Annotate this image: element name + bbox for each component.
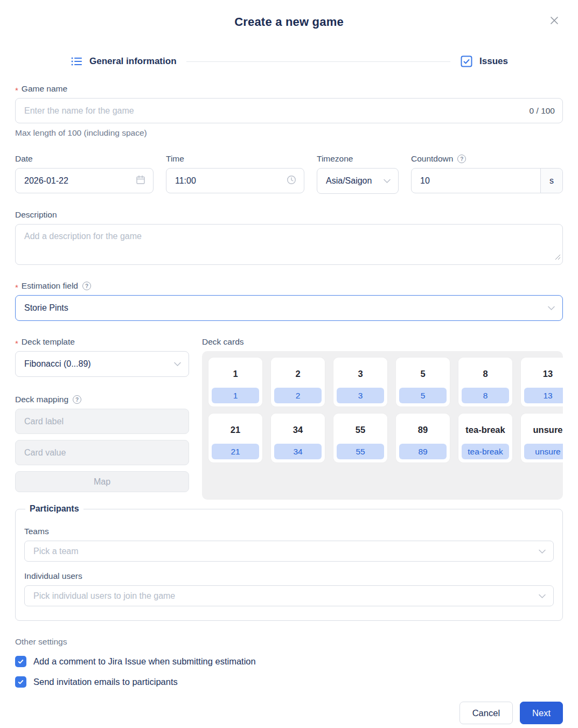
- deck-card-value-chip: 21: [212, 444, 259, 459]
- deck-card-value-chip: 34: [274, 444, 322, 459]
- time-label: Time: [166, 154, 304, 164]
- deck-card[interactable]: 55 55: [333, 414, 387, 463]
- create-game-modal: Create a new game General information Is…: [0, 0, 578, 728]
- deck-card-value-chip: 3: [337, 388, 384, 403]
- deck-cards-label: Deck cards: [202, 337, 563, 347]
- participants-group: Participants Teams Pick a team Individua…: [15, 504, 563, 621]
- deck-cards-grid: 1 1 2 2 3 3 5 5 8 8 13 13 21 21 34 34 55…: [208, 358, 556, 463]
- settings-checkbox-row[interactable]: Add a comment to Jira Issue when submitt…: [15, 656, 563, 667]
- deck-card-label: tea-break: [458, 414, 512, 444]
- card-value-input[interactable]: [15, 440, 189, 465]
- timezone-select[interactable]: Asia/Saigon: [317, 168, 399, 194]
- map-button[interactable]: Map: [15, 471, 189, 492]
- list-icon: [70, 55, 83, 68]
- deck-card-value-chip: 5: [399, 388, 447, 403]
- game-name-label: * Game name: [15, 84, 563, 94]
- step-issues-label: Issues: [479, 56, 508, 67]
- deck-card[interactable]: 2 2: [271, 358, 325, 407]
- deck-card-label: 89: [396, 414, 450, 444]
- deck-card[interactable]: tea-break tea-break: [458, 414, 512, 463]
- deck-card-value-chip: 1: [212, 388, 259, 403]
- deck-card-label: 5: [396, 358, 450, 388]
- timezone-label: Timezone: [317, 154, 399, 164]
- deck-card-value-chip: tea-break: [462, 444, 509, 459]
- calendar-icon[interactable]: [136, 175, 145, 187]
- teams-select[interactable]: Pick a team: [24, 541, 554, 562]
- deck-card-label: 21: [208, 414, 262, 444]
- other-settings-options: Add a comment to Jira Issue when submitt…: [15, 656, 563, 688]
- step-general-label: General information: [89, 56, 177, 67]
- required-asterisk: *: [15, 283, 18, 292]
- card-label-input[interactable]: [15, 409, 189, 434]
- deck-card[interactable]: unsure unsure: [521, 414, 563, 463]
- deck-card-label: 3: [333, 358, 387, 388]
- deck-card[interactable]: 13 13: [521, 358, 563, 407]
- deck-card-value-chip: 13: [524, 388, 563, 403]
- deck-template-label: * Deck template: [15, 337, 189, 347]
- footer-actions: Cancel Next: [15, 702, 563, 724]
- deck-card[interactable]: 89 89: [396, 414, 450, 463]
- other-settings-label: Other settings: [15, 637, 563, 647]
- deck-card-value-chip: 89: [399, 444, 447, 459]
- deck-card[interactable]: 34 34: [271, 414, 325, 463]
- game-name-helper: Max length of 100 (including space): [15, 128, 563, 138]
- required-asterisk: *: [15, 86, 18, 95]
- required-asterisk: *: [15, 339, 18, 348]
- deck-left-column: * Deck template Fibonacci (0...89) Deck …: [15, 337, 189, 500]
- checkbox-checked-icon[interactable]: [15, 676, 26, 688]
- step-connector: [186, 61, 451, 62]
- chevron-down-icon: [384, 176, 391, 186]
- chevron-down-icon: [539, 591, 546, 601]
- deck-card-value-chip: 2: [274, 388, 322, 403]
- cancel-button[interactable]: Cancel: [459, 702, 513, 724]
- deck-template-select[interactable]: Fibonacci (0...89): [15, 351, 189, 377]
- stepper: General information Issues: [70, 55, 508, 68]
- time-input-wrap: [166, 168, 304, 193]
- deck-card-label: 8: [458, 358, 512, 388]
- deck-card[interactable]: 3 3: [333, 358, 387, 407]
- deck-card[interactable]: 1 1: [208, 358, 262, 407]
- individual-users-label: Individual users: [24, 571, 554, 581]
- next-button[interactable]: Next: [520, 702, 563, 724]
- estimation-field-select[interactable]: Storie Pints: [15, 295, 563, 321]
- deck-card-label: 2: [271, 358, 325, 388]
- help-icon[interactable]: ?: [82, 282, 91, 290]
- clock-icon[interactable]: [287, 175, 296, 187]
- deck-card-label: 1: [208, 358, 262, 388]
- description-wrap: [15, 224, 563, 265]
- time-input[interactable]: [175, 176, 287, 186]
- individual-users-select[interactable]: Pick individual users to join the game: [24, 585, 554, 606]
- seconds-suffix: s: [540, 169, 562, 193]
- timezone-field: Timezone Asia/Saigon: [317, 154, 399, 194]
- game-name-field-wrap: 0 / 100: [15, 98, 563, 123]
- countdown-input[interactable]: [412, 176, 540, 186]
- deck-card-label: 55: [333, 414, 387, 444]
- step-general-information[interactable]: General information: [70, 55, 177, 68]
- date-input-wrap: [15, 168, 154, 193]
- date-field: Date: [15, 154, 154, 194]
- deck-card[interactable]: 5 5: [396, 358, 450, 407]
- date-input[interactable]: [24, 176, 136, 186]
- close-icon[interactable]: [547, 13, 562, 28]
- countdown-input-wrap: s: [411, 168, 563, 193]
- deck-card[interactable]: 8 8: [458, 358, 512, 407]
- settings-checkbox-row[interactable]: Send invitation emails to participants: [15, 676, 563, 688]
- teams-label: Teams: [24, 527, 554, 536]
- step-issues[interactable]: Issues: [460, 55, 508, 68]
- help-icon[interactable]: ?: [457, 155, 466, 163]
- deck-cards-section: Deck cards 1 1 2 2 3 3 5 5 8 8 13 13 21 …: [202, 337, 563, 500]
- chevron-down-icon: [539, 547, 546, 556]
- deck-card-label: 34: [271, 414, 325, 444]
- checkbox-label: Add a comment to Jira Issue when submitt…: [33, 656, 256, 667]
- checkbox-checked-icon[interactable]: [15, 656, 26, 667]
- estimation-field-value: Storie Pints: [24, 303, 68, 313]
- teams-placeholder: Pick a team: [33, 547, 79, 556]
- countdown-label: Countdown ?: [411, 154, 563, 164]
- estimation-field-label: * Estimation field ?: [15, 281, 563, 291]
- deck-card[interactable]: 21 21: [208, 414, 262, 463]
- deck-card-label: 13: [521, 358, 563, 388]
- game-name-input[interactable]: [24, 106, 524, 116]
- help-icon[interactable]: ?: [73, 395, 81, 404]
- description-textarea[interactable]: [15, 224, 563, 265]
- deck-card-value-chip: 55: [337, 444, 384, 459]
